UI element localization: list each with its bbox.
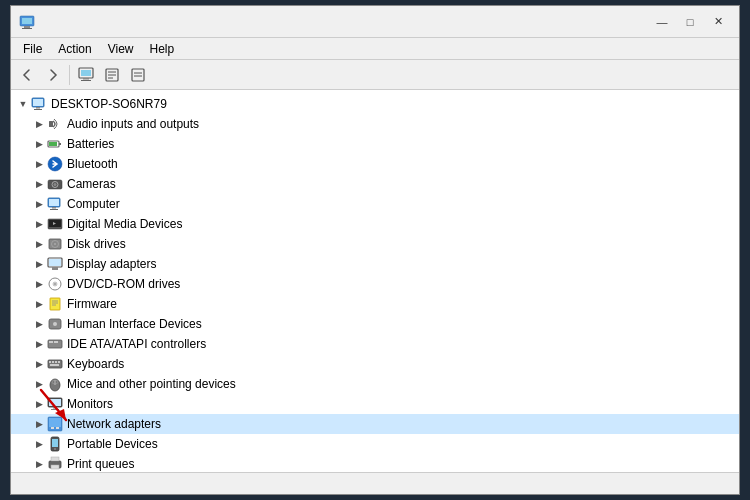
svg-rect-29 (52, 207, 56, 209)
svg-rect-51 (49, 341, 53, 343)
tree-item-print-queues[interactable]: ▶ Print queues (11, 454, 739, 472)
tree-item-mice[interactable]: ▶ Mice and other pointing devices (11, 374, 739, 394)
portable-expand-icon: ▶ (31, 436, 47, 452)
dvd-expand-icon: ▶ (31, 276, 47, 292)
tree-item-ide[interactable]: ▶ IDE ATA/ATAPI controllers (11, 334, 739, 354)
svg-rect-3 (22, 28, 32, 29)
svg-rect-39 (52, 267, 58, 270)
svg-point-26 (54, 183, 57, 186)
tree-item-hid[interactable]: ▶ Human Interface Devices (11, 314, 739, 334)
digital-media-label: Digital Media Devices (67, 217, 182, 231)
tree-item-portable[interactable]: ▶ Portable Devices (11, 434, 739, 454)
menu-view[interactable]: View (100, 40, 142, 58)
display-adapters-expand-icon: ▶ (31, 256, 47, 272)
print-queues-icon (47, 456, 63, 472)
main-area: ▼ DESKTOP-SO6NR79 ▶ (11, 90, 739, 472)
svg-rect-56 (55, 361, 57, 363)
network-icon (47, 416, 63, 432)
toolbar-properties-button[interactable] (100, 63, 124, 87)
tree-item-display-adapters[interactable]: ▶ Display adapters (11, 254, 739, 274)
tree-item-dvd[interactable]: ▶ DVD/CD-ROM drives (11, 274, 739, 294)
firmware-icon (47, 296, 63, 312)
menu-file[interactable]: File (15, 40, 50, 58)
network-label: Network adapters (67, 417, 161, 431)
svg-rect-71 (52, 439, 58, 447)
audio-expand-icon: ▶ (31, 116, 47, 132)
svg-rect-16 (33, 99, 43, 106)
menu-help[interactable]: Help (142, 40, 183, 58)
mice-icon (47, 376, 63, 392)
svg-point-49 (53, 322, 57, 326)
audio-icon (47, 116, 63, 132)
close-button[interactable]: ✕ (705, 11, 731, 33)
tree-item-disk-drives[interactable]: ▶ Disk drives (11, 234, 739, 254)
root-label: DESKTOP-SO6NR79 (51, 97, 167, 111)
ide-expand-icon: ▶ (31, 336, 47, 352)
maximize-button[interactable]: □ (677, 11, 703, 33)
keyboards-label: Keyboards (67, 357, 124, 371)
tree-root[interactable]: ▼ DESKTOP-SO6NR79 (11, 94, 739, 114)
monitors-icon (47, 396, 63, 412)
svg-rect-21 (59, 143, 61, 145)
hid-expand-icon: ▶ (31, 316, 47, 332)
device-manager-window: — □ ✕ File Action View Help (10, 5, 740, 495)
bluetooth-expand-icon: ▶ (31, 156, 47, 172)
svg-point-43 (54, 283, 56, 285)
svg-point-72 (54, 448, 56, 450)
menu-bar: File Action View Help (11, 38, 739, 60)
disk-drives-expand-icon: ▶ (31, 236, 47, 252)
tree-item-batteries[interactable]: ▶ Batteries (11, 134, 739, 154)
computer-icon (47, 196, 63, 212)
svg-rect-6 (83, 78, 89, 80)
tree-item-digital-media[interactable]: ▶ Digital Media Devices (11, 214, 739, 234)
batteries-label: Batteries (67, 137, 114, 151)
svg-rect-65 (51, 409, 59, 410)
bluetooth-label: Bluetooth (67, 157, 118, 171)
dvd-icon (47, 276, 63, 292)
digital-media-expand-icon: ▶ (31, 216, 47, 232)
svg-rect-7 (81, 80, 91, 81)
tree-item-monitors[interactable]: ▶ Monitors (11, 394, 739, 414)
toolbar-computer-button[interactable] (74, 63, 98, 87)
svg-rect-28 (49, 199, 59, 206)
toolbar-update-button[interactable] (126, 63, 150, 87)
device-tree[interactable]: ▼ DESKTOP-SO6NR79 ▶ (11, 90, 739, 472)
svg-rect-74 (51, 457, 59, 461)
svg-rect-52 (54, 341, 58, 343)
audio-label: Audio inputs and outputs (67, 117, 199, 131)
minimize-button[interactable]: — (649, 11, 675, 33)
svg-rect-17 (36, 107, 40, 109)
status-bar (11, 472, 739, 494)
dvd-label: DVD/CD-ROM drives (67, 277, 180, 291)
tree-item-computer[interactable]: ▶ Computer (11, 194, 739, 214)
bluetooth-icon (47, 156, 63, 172)
hid-icon (47, 316, 63, 332)
tree-item-firmware[interactable]: ▶ Firmware (11, 294, 739, 314)
hid-label: Human Interface Devices (67, 317, 202, 331)
tree-item-cameras[interactable]: ▶ Cameras (11, 174, 739, 194)
tree-item-bluetooth[interactable]: ▶ Bluetooth (11, 154, 739, 174)
svg-rect-1 (22, 18, 32, 24)
root-expand-icon: ▼ (15, 96, 31, 112)
keyboards-expand-icon: ▶ (31, 356, 47, 372)
print-queues-expand-icon: ▶ (31, 456, 47, 472)
toolbar-separator-1 (69, 65, 70, 85)
toolbar-back-button[interactable] (15, 63, 39, 87)
batteries-expand-icon: ▶ (31, 136, 47, 152)
cameras-expand-icon: ▶ (31, 176, 47, 192)
cameras-label: Cameras (67, 177, 116, 191)
root-computer-icon (31, 96, 47, 112)
tree-item-network[interactable]: ▶ Network adapters (11, 414, 739, 434)
portable-label: Portable Devices (67, 437, 158, 451)
ide-icon (47, 336, 63, 352)
digital-media-icon (47, 216, 63, 232)
menu-action[interactable]: Action (50, 40, 99, 58)
tree-item-keyboards[interactable]: ▶ Keyboards (11, 354, 739, 374)
tree-item-audio[interactable]: ▶ Audio inputs and outputs (11, 114, 739, 134)
network-expand-icon: ▶ (31, 416, 47, 432)
batteries-icon (47, 136, 63, 152)
display-adapters-label: Display adapters (67, 257, 156, 271)
svg-rect-12 (132, 69, 144, 81)
toolbar-forward-button[interactable] (41, 63, 65, 87)
mice-expand-icon: ▶ (31, 376, 47, 392)
